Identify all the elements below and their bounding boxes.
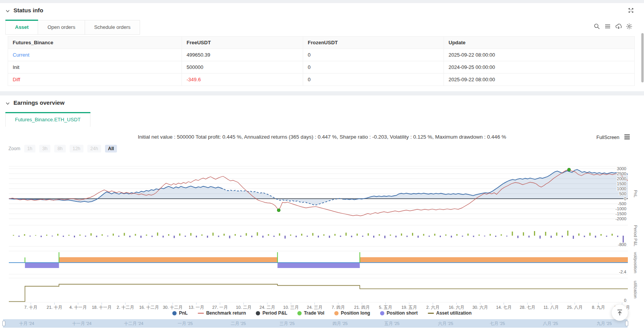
earnings-title: Earnings overview	[13, 99, 65, 106]
navigator-month-label: 一月 '25	[178, 321, 193, 327]
svg-text:25. 八月: 25. 八月	[567, 305, 582, 310]
chart-menu-icon[interactable]	[624, 134, 630, 141]
legend-item[interactable]: Position short	[380, 310, 418, 316]
svg-text:13. 一月: 13. 一月	[189, 305, 204, 310]
expand-icon[interactable]	[628, 7, 634, 13]
svg-text:5. 五月: 5. 五月	[379, 305, 392, 310]
svg-text:7. 十月: 7. 十月	[24, 305, 37, 310]
navigator-month-label: 五月 '25	[384, 321, 399, 327]
svg-text:1500: 1500	[617, 181, 626, 186]
legend-item[interactable]: PnL	[172, 310, 188, 316]
back-to-top-button[interactable]	[612, 305, 628, 321]
zoom-controls: Zoom 1h 3h 8h 12h 24h All	[8, 145, 117, 152]
svg-text:7. 四月: 7. 四月	[332, 305, 345, 310]
table-cell: Init	[8, 61, 182, 73]
svg-text:8. 九月: 8. 九月	[592, 305, 605, 310]
navigator-left-handle[interactable]	[2, 321, 5, 326]
zoom-label: Zoom	[8, 146, 20, 151]
svg-text:-1500: -1500	[616, 211, 626, 216]
table-cell[interactable]: Current	[8, 49, 182, 61]
status-info-panel: Status info Asset Open orders Schedule o…	[0, 3, 644, 91]
svg-text:3000: 3000	[617, 166, 626, 171]
svg-text:PnL: PnL	[633, 190, 638, 198]
svg-text:0: 0	[624, 196, 626, 201]
svg-text:-2.4: -2.4	[619, 270, 626, 274]
asset-table: Futures_Binance FreeUSDT FrozenUSDT Upda…	[8, 36, 635, 86]
svg-text:18. 十一月: 18. 十一月	[92, 305, 112, 310]
svg-text:16. 六月: 16. 六月	[449, 305, 464, 310]
legend-label: Position short	[387, 310, 418, 316]
zoom-8h-button[interactable]: 8h	[54, 145, 65, 152]
collapse-chevron-icon[interactable]	[5, 101, 10, 105]
zoom-12h-button[interactable]: 12h	[70, 145, 83, 152]
table-cell: Diff	[8, 74, 182, 85]
chart-legend: PnLBenchmark returnPeriod P&LTrade VolPo…	[0, 310, 644, 316]
svg-text:4. 十一月: 4. 十一月	[69, 305, 87, 310]
tab-open-orders[interactable]: Open orders	[38, 20, 85, 35]
legend-label: PnL	[179, 310, 188, 316]
menu-icon[interactable]	[604, 23, 611, 30]
svg-text:10. 三月: 10. 三月	[283, 305, 299, 310]
collapse-chevron-icon[interactable]	[5, 8, 10, 13]
table-cell: 2025-09-22 08:00:00	[444, 74, 634, 85]
navigator-month-label: 十二月 '24	[124, 321, 143, 327]
legend-label: Asset utilization	[436, 310, 472, 316]
tab-symbol[interactable]: Futures_Binance.ETH_USDT	[5, 112, 90, 127]
legend-marker-icon	[428, 313, 434, 314]
table-cell: 0	[303, 74, 444, 85]
svg-text:30. 六月: 30. 六月	[472, 305, 488, 310]
page-scrollbar[interactable]	[641, 33, 644, 82]
table-cell: 2024-09-25 00:00:00	[444, 61, 634, 73]
tab-asset[interactable]: Asset	[5, 20, 38, 35]
zoom-24h-button[interactable]: 24h	[87, 145, 101, 152]
legend-marker-icon	[334, 311, 339, 315]
svg-text:Period P&L: Period P&L	[633, 225, 638, 246]
legend-item[interactable]: Trade Vol	[297, 310, 324, 316]
legend-label: Benchmark return	[206, 310, 246, 316]
zoom-all-button[interactable]: All	[105, 145, 117, 152]
table-row: Current499650.3902025-09-22 08:00:00	[8, 49, 634, 61]
legend-item[interactable]: Position long	[334, 310, 370, 316]
table-toolbar	[594, 23, 632, 30]
earnings-chart[interactable]: 300025002000150010005000-500-1000-1500-2…	[0, 166, 644, 310]
col-futures-binance: Futures_Binance	[8, 37, 182, 49]
navigator-month-label: 三月 '25	[279, 321, 294, 327]
legend-item[interactable]: Asset utilization	[428, 310, 472, 316]
col-frozen-usdt: FrozenUSDT	[303, 37, 444, 49]
table-row: Diff-349.602025-09-22 08:00:00	[8, 74, 634, 86]
svg-text:21. 四月: 21. 四月	[354, 305, 370, 310]
svg-text:0: 0	[624, 298, 626, 303]
fullscreen-button[interactable]: FullScreen	[596, 135, 619, 140]
navigator-month-label: 十一月 '24	[72, 321, 92, 327]
status-info-header: Status info	[5, 7, 43, 13]
svg-text:11. 八月: 11. 八月	[544, 305, 559, 310]
col-free-usdt: FreeUSDT	[182, 37, 303, 49]
navigator-month-label: 九月 '25	[597, 321, 612, 327]
svg-text:30. 十二月: 30. 十二月	[163, 305, 182, 310]
table-cell: -349.6	[182, 74, 303, 85]
svg-text:vol/position: vol/position	[633, 252, 638, 273]
navigator-right-handle[interactable]	[625, 321, 628, 326]
table-cell: 0	[303, 61, 444, 73]
gear-icon[interactable]	[626, 23, 632, 30]
legend-item[interactable]: Benchmark return	[198, 310, 246, 316]
legend-marker-icon	[172, 311, 177, 315]
svg-text:utilization: utilization	[633, 281, 638, 298]
tab-schedule-orders[interactable]: Schedule orders	[85, 20, 140, 35]
legend-item[interactable]: Period P&L	[256, 310, 287, 316]
search-icon[interactable]	[594, 23, 600, 30]
svg-text:2. 六月: 2. 六月	[426, 305, 439, 310]
svg-text:2000: 2000	[617, 176, 626, 181]
navigator-month-label: 八月 '25	[543, 321, 558, 327]
legend-label: Period P&L	[262, 310, 287, 316]
cloud-download-icon[interactable]	[615, 23, 622, 30]
svg-text:21. 十月: 21. 十月	[47, 305, 62, 310]
chart-range-navigator[interactable]: 十月 '24十一月 '24十二月 '24一月 '25二月 '25三月 '25四月…	[3, 319, 627, 328]
zoom-1h-button[interactable]: 1h	[24, 145, 35, 152]
svg-text:19. 五月: 19. 五月	[402, 305, 417, 310]
svg-text:28. 七月: 28. 七月	[520, 305, 535, 310]
zoom-3h-button[interactable]: 3h	[39, 145, 50, 152]
navigator-month-label: 六月 '25	[438, 321, 453, 327]
earnings-summary: Initial net value : 500000 Total profit:…	[0, 134, 644, 140]
svg-text:24. 二月: 24. 二月	[260, 305, 275, 310]
